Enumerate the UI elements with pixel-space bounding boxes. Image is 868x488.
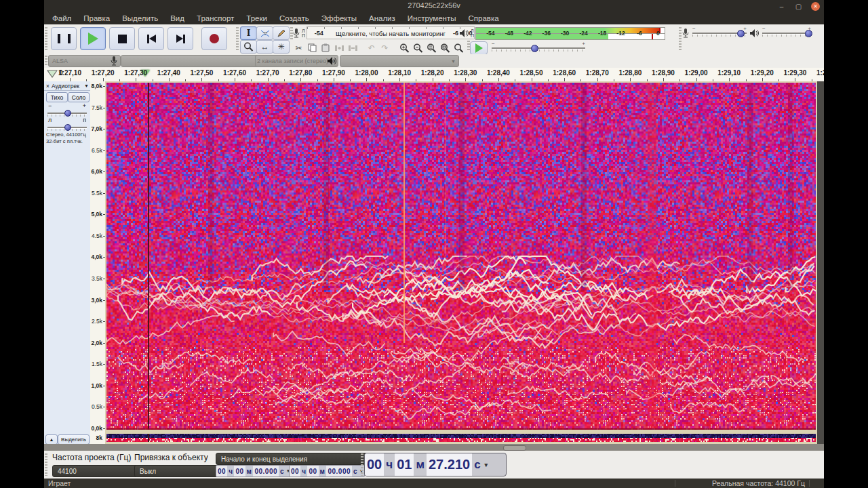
track-menu-arrow-icon[interactable]: ▼ — [84, 83, 89, 88]
paste-button[interactable] — [319, 41, 332, 55]
timeline-ruler[interactable]: 0 1:27,101:27,201:27,301:27,401:27,501:2… — [44, 68, 824, 82]
cut-button[interactable]: ✂ — [292, 41, 305, 55]
collapse-track-button[interactable]: ▲ — [45, 434, 58, 445]
toolbar-grip[interactable] — [45, 56, 47, 66]
silence-selection-button[interactable] — [347, 41, 359, 55]
menu-item-8[interactable]: Анализ — [363, 14, 401, 22]
timeshift-tool-button[interactable]: ↔ — [256, 40, 273, 54]
select-track-button[interactable]: Выделить — [58, 434, 90, 445]
selection-mode-dropdown[interactable]: Начало и конец выделения▼ — [216, 453, 376, 465]
time-unit[interactable]: м — [245, 466, 254, 476]
maximize-button[interactable]: ▢ — [794, 2, 803, 11]
time-digits[interactable]: 00 — [234, 466, 245, 476]
time-unit[interactable]: ч — [227, 466, 234, 476]
selection-start-field[interactable]: 00ч00м00.000с▾ — [216, 465, 292, 477]
time-unit[interactable]: с — [472, 453, 482, 476]
menu-item-1[interactable]: Правка — [77, 14, 116, 22]
solo-button[interactable]: Соло — [68, 92, 90, 102]
monitoring-hint[interactable]: Щёлкните, чтобы начать мониторинг — [336, 29, 446, 37]
time-digits[interactable]: 00 — [307, 466, 318, 476]
zoom-fit-button[interactable] — [439, 41, 452, 55]
horizontal-scrollbar-thumb[interactable] — [503, 445, 526, 451]
vertical-scrollbar[interactable] — [817, 81, 824, 444]
redo-button[interactable]: ↷ — [378, 41, 391, 55]
menu-item-5[interactable]: Треки — [240, 14, 273, 22]
envelope-tool-button[interactable] — [256, 26, 273, 40]
recording-device-dropdown[interactable]: ▼ — [121, 55, 268, 67]
record-button[interactable] — [201, 27, 227, 50]
trim-outside-button[interactable] — [333, 41, 346, 55]
menu-item-7[interactable]: Эффекты — [315, 14, 363, 22]
menu-item-10[interactable]: Справка — [462, 14, 505, 22]
toolbar-grip[interactable] — [45, 27, 47, 52]
time-unit[interactable]: м — [319, 466, 327, 476]
playback-meter[interactable]: ЛП -54-48-42-36-30-24-18-12-60 — [459, 26, 677, 39]
time-unit[interactable]: с — [352, 466, 359, 476]
selection-end-field[interactable]: 00ч00м00.000с▾ — [289, 465, 365, 477]
menu-item-9[interactable]: Инструменты — [401, 14, 462, 22]
audio-position-field[interactable]: 00ч01м27.210с▾ — [364, 453, 507, 476]
time-unit[interactable]: ч — [384, 453, 395, 476]
draw-tool-button[interactable] — [273, 26, 290, 40]
time-digits[interactable]: 27.210 — [427, 453, 472, 476]
time-digits[interactable]: 00.000 — [253, 466, 279, 476]
time-digits[interactable]: 01 — [395, 453, 414, 476]
play-speed-thumb[interactable] — [531, 45, 538, 52]
time-unit[interactable]: м — [414, 453, 427, 476]
time-digits[interactable]: 00 — [365, 453, 384, 476]
playback-volume-slider[interactable]: − + — [762, 28, 811, 38]
project-rate-dropdown[interactable]: 44100▼ — [52, 465, 146, 477]
menu-item-0[interactable]: Файл — [46, 14, 77, 22]
track-header[interactable]: × Аудиотрек ▼ — [44, 81, 90, 91]
time-unit[interactable]: ч — [300, 466, 307, 476]
close-button[interactable]: ✕ — [811, 2, 820, 11]
spectrogram-canvas[interactable] — [106, 83, 816, 430]
pause-button[interactable] — [51, 27, 77, 50]
skip-to-end-button[interactable] — [167, 27, 193, 50]
time-unit[interactable]: с — [279, 466, 285, 476]
menu-item-6[interactable]: Создать — [273, 14, 315, 22]
recording-volume-thumb[interactable] — [737, 30, 745, 37]
multi-tool-button[interactable]: ✳ — [273, 40, 290, 54]
spectrogram-strip-canvas[interactable] — [106, 434, 816, 442]
play-button[interactable] — [80, 27, 106, 50]
menu-item-4[interactable]: Транспорт — [191, 14, 240, 22]
recording-channels-dropdown[interactable]: 2 канала записи (стерео)▼ — [255, 55, 338, 67]
snap-to-dropdown[interactable]: Выкл▼ — [134, 465, 227, 477]
horizontal-scrollbar[interactable] — [44, 444, 824, 451]
pan-slider[interactable] — [47, 123, 87, 131]
time-digits[interactable]: 00.000 — [326, 466, 352, 476]
zoom-in-button[interactable] — [398, 41, 411, 55]
playback-volume-thumb[interactable] — [805, 30, 812, 37]
zoom-toggle-button[interactable] — [452, 41, 465, 55]
time-dropdown-icon[interactable]: ▾ — [483, 453, 490, 476]
skip-to-start-button[interactable] — [138, 27, 164, 50]
gain-thumb[interactable] — [64, 110, 71, 117]
copy-button[interactable] — [306, 41, 319, 55]
track-control-panel[interactable]: × Аудиотрек ▼ Тихо Соло − + л п Стерео, … — [44, 81, 91, 444]
recording-meter[interactable]: ЛП -54 Щёлкните, чтобы начать мониторинг… — [292, 26, 488, 39]
zoom-out-button[interactable] — [412, 41, 425, 55]
time-digits[interactable]: 00 — [290, 466, 300, 476]
mute-button[interactable]: Тихо — [46, 92, 68, 102]
toolbar-grip[interactable] — [45, 453, 47, 476]
pan-thumb[interactable] — [64, 124, 71, 131]
menu-item-2[interactable]: Выделить — [116, 14, 164, 22]
record-meter-area[interactable]: -54 Щёлкните, чтобы начать мониторинг -6… — [307, 26, 475, 39]
toolbar-grip[interactable] — [361, 453, 363, 476]
zoom-selection-button[interactable] — [425, 41, 438, 55]
pin-icon[interactable] — [47, 69, 58, 79]
recording-volume-slider[interactable]: − + — [692, 28, 747, 38]
playback-meter-scale[interactable]: -54-48-42-36-30-24-18-12-60 — [475, 27, 665, 39]
stop-button[interactable] — [109, 27, 135, 50]
time-digits[interactable]: 00 — [216, 466, 227, 476]
track-close-button[interactable]: × — [44, 83, 52, 89]
minimize-button[interactable]: – — [777, 2, 786, 11]
play-at-speed-button[interactable] — [470, 41, 488, 55]
playback-device-dropdown[interactable]: ▼ — [340, 55, 459, 67]
play-speed-slider[interactable]: − + — [492, 43, 585, 53]
undo-button[interactable]: ↶ — [365, 41, 378, 55]
selection-tool-button[interactable]: I — [240, 26, 257, 40]
gain-slider[interactable] — [47, 109, 87, 117]
track-name[interactable]: Аудиотрек — [52, 83, 84, 89]
